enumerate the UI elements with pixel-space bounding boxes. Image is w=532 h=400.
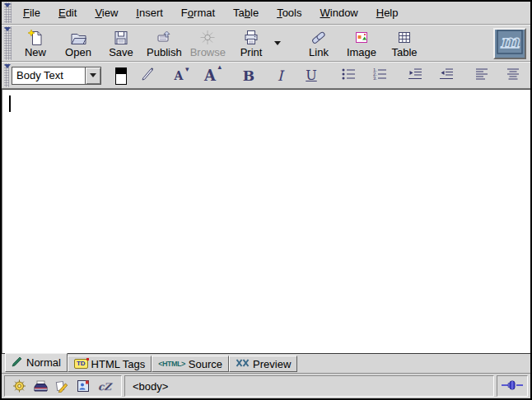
- menu-window[interactable]: Window: [311, 2, 367, 23]
- navigator-wheel-icon[interactable]: [12, 379, 26, 393]
- tab-source[interactable]: <HTML> Source: [152, 356, 229, 372]
- open-button[interactable]: Open: [57, 26, 100, 60]
- text-color-picker[interactable]: [114, 67, 127, 85]
- printer-icon: [242, 29, 260, 46]
- outdent-icon: [407, 67, 423, 85]
- online-plug-icon: [502, 379, 523, 393]
- format-toolbar: Body Text A▾ A▴ B I U: [2, 62, 530, 89]
- menu-format[interactable]: Format: [172, 2, 224, 23]
- menu-insert[interactable]: Insert: [127, 2, 172, 23]
- print-button-label: Print: [240, 46, 263, 58]
- html-source-icon: <HTML>: [158, 360, 185, 368]
- italic-button[interactable]: I: [268, 65, 292, 86]
- svg-text:3.: 3.: [373, 76, 377, 81]
- chatzilla-icon[interactable]: cZ: [97, 379, 114, 393]
- tab-normal-label: Normal: [26, 356, 61, 369]
- outdent-button[interactable]: [404, 65, 427, 86]
- editor-canvas[interactable]: [2, 89, 530, 353]
- decrease-font-size-button[interactable]: A▾: [167, 65, 190, 86]
- link-button-label: Link: [309, 46, 329, 58]
- browse-button: Browse: [186, 26, 230, 60]
- print-menu-arrow[interactable]: [274, 41, 281, 45]
- browse-globe-icon: [198, 29, 217, 46]
- underline-button[interactable]: U: [300, 65, 323, 86]
- tab-html-tags[interactable]: TD HTML Tags: [68, 356, 152, 372]
- edit-mode-tabbar: Normal TD HTML Tags <HTML> Source Previe…: [2, 353, 530, 373]
- bold-button[interactable]: B: [237, 65, 260, 86]
- brush-icon: [12, 356, 23, 370]
- bullet-list-icon: [340, 67, 357, 85]
- table-button[interactable]: Table: [383, 26, 426, 60]
- align-center-button[interactable]: [502, 65, 525, 86]
- menu-help[interactable]: Help: [367, 2, 408, 23]
- tab-normal[interactable]: Normal: [5, 353, 68, 372]
- image-button[interactable]: Image: [340, 26, 383, 60]
- component-bar: cZ: [4, 375, 122, 397]
- format-toolbar-grippy[interactable]: [4, 63, 9, 87]
- indent-button[interactable]: [435, 65, 458, 86]
- text-caret: [9, 95, 11, 112]
- tag-td-icon: TD: [74, 359, 88, 369]
- svg-text:m: m: [500, 30, 520, 52]
- mozilla-throbber-button[interactable]: m: [493, 28, 526, 59]
- open-folder-icon: [69, 29, 87, 46]
- align-left-button[interactable]: [470, 65, 493, 86]
- save-button[interactable]: Save: [100, 26, 142, 60]
- paragraph-style-value: Body Text: [12, 67, 85, 84]
- addressbook-card-icon[interactable]: [77, 379, 90, 393]
- menu-edit[interactable]: Edit: [49, 2, 86, 23]
- new-button-label: New: [25, 46, 46, 58]
- publish-button-label: Publish: [147, 46, 182, 58]
- browse-button-label: Browse: [190, 46, 226, 58]
- tab-html-tags-label: HTML Tags: [91, 358, 146, 370]
- preview-glasses-icon: [236, 358, 250, 370]
- link-chain-icon: [310, 29, 328, 46]
- tab-preview-label: Preview: [253, 358, 291, 370]
- status-bar: cZ <body>: [2, 373, 530, 398]
- background-color-swatch[interactable]: [115, 73, 127, 85]
- link-button[interactable]: Link: [297, 26, 340, 60]
- chevron-down-icon[interactable]: [85, 67, 100, 84]
- paragraph-style-select[interactable]: Body Text: [12, 67, 101, 85]
- numbered-list-icon: 1.2.3.: [371, 67, 388, 85]
- mail-inbox-icon[interactable]: [34, 379, 48, 393]
- open-button-label: Open: [65, 46, 91, 58]
- new-page-icon: [26, 29, 44, 46]
- composer-window: File Edit View Insert Format Table Tools…: [0, 0, 532, 400]
- publish-button[interactable]: Publish: [142, 26, 186, 60]
- bullet-list-button[interactable]: [337, 65, 360, 86]
- table-grid-icon: [395, 29, 413, 46]
- composer-pen-icon[interactable]: [55, 379, 69, 393]
- element-path-panel[interactable]: <body>: [124, 375, 494, 397]
- highlight-pen-icon: [139, 66, 156, 86]
- tab-preview[interactable]: Preview: [229, 356, 297, 372]
- numbered-list-button[interactable]: 1.2.3.: [368, 65, 391, 86]
- element-path-text: <body>: [133, 380, 168, 393]
- svg-text:cZ: cZ: [98, 381, 113, 393]
- image-picture-icon: [352, 29, 371, 46]
- tab-source-label: Source: [189, 358, 222, 370]
- increase-font-size-button[interactable]: A▴: [198, 65, 222, 86]
- print-button[interactable]: Print: [230, 26, 273, 60]
- publish-upload-icon: [155, 29, 173, 46]
- menu-view[interactable]: View: [86, 2, 127, 23]
- align-center-icon: [505, 67, 521, 85]
- indent-icon: [438, 67, 455, 85]
- menu-file[interactable]: File: [14, 2, 49, 23]
- save-floppy-icon: [112, 29, 130, 46]
- menu-tools[interactable]: Tools: [268, 2, 310, 23]
- highlight-color-button[interactable]: [136, 65, 159, 86]
- menubar-grippy[interactable]: [4, 2, 12, 23]
- bold-icon: B: [243, 67, 254, 84]
- decrease-font-icon: A▾: [175, 69, 184, 82]
- increase-font-icon: A▴: [204, 67, 216, 84]
- italic-icon: I: [278, 67, 283, 84]
- mozilla-logo-icon: m: [497, 30, 523, 58]
- menu-bar: File Edit View Insert Format Table Tools…: [2, 2, 530, 25]
- menu-table[interactable]: Table: [224, 2, 268, 23]
- new-button[interactable]: New: [14, 26, 57, 60]
- online-status-button[interactable]: [497, 375, 528, 397]
- main-toolbar: New Open Save Publish Browse: [2, 25, 530, 62]
- image-button-label: Image: [347, 46, 376, 58]
- main-toolbar-grippy[interactable]: [4, 26, 12, 60]
